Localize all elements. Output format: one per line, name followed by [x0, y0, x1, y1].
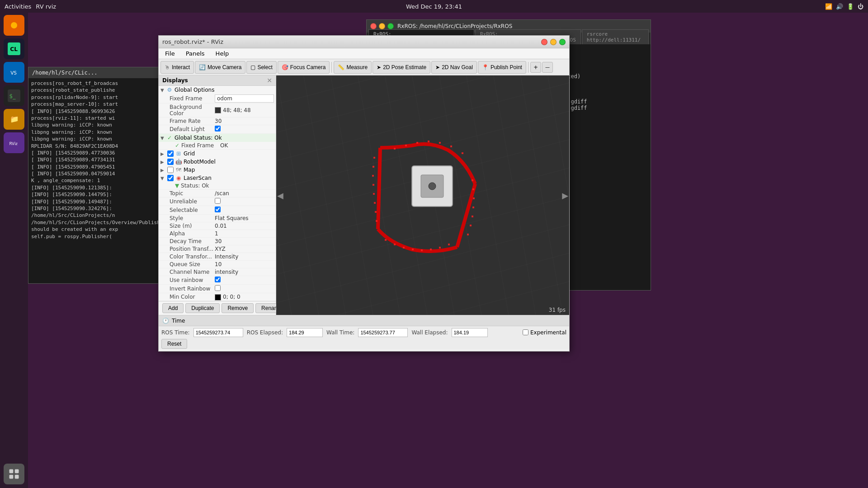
default-light-value[interactable] — [215, 126, 274, 133]
nav-2d-icon: ➤ — [435, 64, 440, 70]
rxros-max-btn[interactable] — [387, 23, 394, 29]
terminal-title: /home/hl/Src/CLic... — [32, 70, 98, 76]
svg-rect-34 — [421, 249, 423, 251]
svg-rect-50 — [405, 145, 407, 146]
rviz-max-btn[interactable] — [559, 39, 566, 45]
bg-color-box — [215, 107, 221, 113]
grid-checkbox[interactable] — [167, 150, 174, 157]
ls-rainbow-label: Use rainbow — [170, 277, 215, 283]
ls-rainbow-value[interactable] — [215, 277, 274, 284]
toolbar-nav-2d-btn[interactable]: ➤ 2D Nav Goal — [431, 61, 477, 74]
displays-close-btn[interactable]: ✕ — [267, 77, 272, 84]
ls-decay-value[interactable]: 30 — [215, 238, 274, 244]
svg-rect-44 — [472, 179, 473, 181]
toolbar-interact-btn[interactable]: 🖱 Interact — [160, 61, 194, 74]
ros-time-input[interactable] — [193, 328, 243, 337]
toolbar-focus-camera-btn[interactable]: 🎯 Focus Camera — [278, 61, 330, 74]
toolbar-publish-point-btn[interactable]: 📍 Publish Point — [478, 61, 526, 74]
global-status-item[interactable]: ▼ ✓ Global Status: Ok — [159, 134, 276, 142]
displays-panel: Displays ✕ ▼ ⚙ Global Options Fixed Fram… — [159, 75, 276, 315]
toolbar-sep1 — [331, 62, 332, 73]
laserscan-checkbox[interactable] — [167, 175, 174, 181]
toolbar-settings-btn[interactable]: — — [542, 62, 553, 73]
global-options-arrow: ▼ — [160, 88, 166, 93]
robotmodel-item[interactable]: ▶ 🤖 RobotModel — [159, 158, 276, 166]
default-light-checkbox[interactable] — [215, 126, 221, 131]
rxros-tab3[interactable]: rsrcore http://dell:11311/ — [582, 29, 649, 44]
interact-icon: 🖱 — [165, 64, 170, 70]
ros-elapsed-input[interactable] — [287, 328, 323, 337]
menu-file[interactable]: File — [162, 49, 178, 58]
svg-rect-43 — [472, 188, 474, 190]
displays-tree[interactable]: ▼ ⚙ Global Options Fixed Frame odom Back… — [159, 86, 276, 301]
ls-unreliable-value[interactable] — [215, 198, 274, 205]
menu-panels[interactable]: Panels — [183, 49, 208, 58]
laserscan-item[interactable]: ▼ ◉ LaserScan — [159, 174, 276, 182]
ls-size-label: Size (m) — [170, 223, 215, 229]
activities-label[interactable]: Activities — [5, 3, 31, 10]
toolbar-add-btn[interactable]: + — [530, 62, 541, 73]
viewport[interactable]: ◀ ▶ 31 fps — [276, 75, 569, 315]
topbar-left: Activities RV rviz — [5, 3, 56, 10]
ls-style-value[interactable]: Flat Squares — [215, 215, 274, 221]
rxros-min-btn[interactable] — [379, 23, 385, 29]
taskbar-vscode[interactable]: VS — [4, 62, 24, 83]
taskbar-firefox[interactable] — [4, 15, 24, 36]
ls-channel-value[interactable]: intensity — [215, 269, 274, 275]
ls-topic-value[interactable]: /scan — [215, 190, 274, 197]
viewport-collapse-left[interactable]: ◀ — [277, 191, 283, 200]
taskbar-clion[interactable]: CL — [4, 38, 24, 59]
ls-selectable-checkbox[interactable] — [215, 206, 221, 212]
toolbar-move-camera-btn[interactable]: 🔄 Move Camera — [195, 61, 245, 74]
ls-selectable-value[interactable] — [215, 206, 274, 214]
frame-rate-label: Frame Rate — [170, 118, 215, 124]
ls-unreliable-checkbox[interactable] — [215, 198, 221, 204]
global-options-item[interactable]: ▼ ⚙ Global Options — [159, 86, 276, 94]
duplicate-button[interactable]: Duplicate — [185, 303, 220, 313]
ls-invrainbow-checkbox[interactable] — [215, 285, 221, 291]
ls-size-value[interactable]: 0.01 — [215, 223, 274, 229]
displays-buttons: Add Duplicate Remove Rename — [159, 301, 276, 315]
fixed-frame-value[interactable]: odom — [215, 94, 274, 103]
ls-unreliable-label: Unreliable — [170, 198, 215, 205]
remove-button[interactable]: Remove — [222, 303, 254, 313]
reset-button[interactable]: Reset — [161, 339, 187, 349]
robotmodel-checkbox[interactable] — [167, 159, 174, 165]
ls-channel-label: Channel Name — [170, 269, 215, 275]
ls-mincolor-value[interactable]: 0; 0; 0 — [215, 294, 274, 300]
taskbar-apps[interactable] — [4, 464, 24, 484]
toolbar-pose-2d-btn[interactable]: ➤ 2D Pose Estimate — [373, 61, 430, 74]
rt-line-4 — [564, 67, 647, 73]
wall-time-input[interactable] — [358, 328, 408, 337]
ls-coltransf-value[interactable]: Intensity — [215, 253, 274, 260]
viewport-collapse-right[interactable]: ▶ — [562, 191, 568, 200]
grid-item[interactable]: ▶ ⊞ Grid — [159, 150, 276, 158]
svg-point-21 — [429, 183, 436, 190]
menu-help[interactable]: Help — [213, 49, 232, 58]
ls-alpha-value[interactable]: 1 — [215, 230, 274, 237]
rviz-close-btn[interactable] — [541, 39, 547, 45]
ls-invrainbow-value[interactable] — [215, 285, 274, 292]
toolbar-measure-btn[interactable]: 📏 Measure — [334, 61, 372, 74]
svg-rect-35 — [430, 249, 432, 250]
add-button[interactable]: Add — [162, 303, 184, 313]
experimental-label: Experimental — [530, 329, 566, 336]
wall-elapsed-input[interactable] — [452, 328, 488, 337]
rviz-min-btn[interactable] — [550, 39, 557, 45]
ls-decay-prop: Decay Time 30 — [159, 238, 276, 245]
ls-queue-value[interactable]: 10 — [215, 261, 274, 267]
time-header-row: 🕐 Time — [159, 315, 569, 326]
map-checkbox[interactable] — [167, 167, 174, 173]
map-item[interactable]: ▶ 🗺 Map — [159, 166, 276, 174]
taskbar-files[interactable]: 📁 — [4, 109, 24, 130]
taskbar-terminal[interactable]: $_ — [4, 85, 24, 106]
rxros-close-btn[interactable] — [370, 23, 377, 29]
toolbar-select-btn[interactable]: ▢ Select — [246, 61, 276, 74]
experimental-checkbox[interactable] — [523, 329, 528, 335]
global-options-icon: ⚙ — [166, 87, 173, 93]
ls-postransf-value[interactable]: XYZ — [215, 246, 274, 252]
bg-color-value[interactable]: 48; 48; 48 — [215, 107, 274, 114]
taskbar-rviz[interactable]: RViz — [4, 132, 24, 153]
frame-rate-value[interactable]: 30 — [215, 118, 274, 124]
ls-rainbow-checkbox[interactable] — [215, 277, 221, 282]
